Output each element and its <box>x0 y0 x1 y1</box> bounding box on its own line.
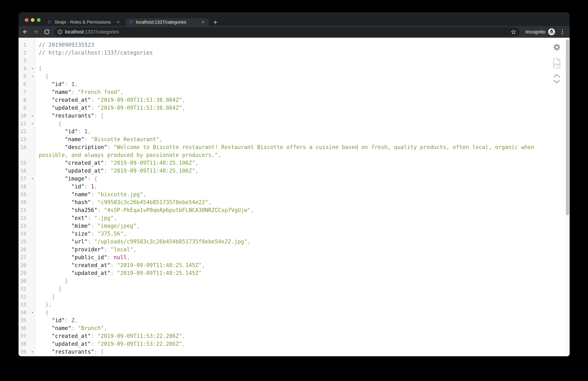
line-number: 1 <box>19 41 26 49</box>
bookmark-star-icon[interactable] <box>511 29 516 35</box>
line-number: 24 <box>19 230 26 238</box>
tab-title: localhost:1337/categories <box>136 20 200 25</box>
code-line: } <box>39 285 565 293</box>
line-number: 14 <box>19 143 26 159</box>
fold-spacer <box>26 143 39 159</box>
code-row: 12 "id": 1, <box>19 128 565 135</box>
tab-close-icon[interactable]: × <box>115 19 121 25</box>
tab-strapi-admin[interactable]: Strapi - Roles & Permissions × <box>44 18 124 26</box>
url-path: :1337/categories <box>84 29 119 34</box>
code-line: "id": 2, <box>39 316 565 324</box>
code-line: [ <box>39 65 565 72</box>
fold-spacer <box>26 293 39 301</box>
forward-button[interactable] <box>32 26 39 38</box>
fold-spacer <box>26 135 39 143</box>
code-row: 7 "name": "French food", <box>19 88 565 96</box>
fold-spacer <box>26 222 39 230</box>
code-line: "id": 1, <box>39 80 565 88</box>
line-number: 9 <box>19 104 26 112</box>
fold-spacer <box>26 230 39 238</box>
line-number: 3 <box>19 57 26 65</box>
reload-button[interactable] <box>43 26 50 38</box>
window-zoom-button[interactable] <box>37 18 41 22</box>
url-host: localhost <box>65 29 84 34</box>
code-line: // 20190909135523 <box>39 41 565 49</box>
line-number: 23 <box>19 222 26 230</box>
settings-gear-icon[interactable] <box>552 43 561 52</box>
fold-toggle-icon[interactable]: ▾ <box>26 120 39 128</box>
code-row: 15 "created_at": "2019-09-09T11:48:25.10… <box>19 159 565 167</box>
fold-toggle-icon[interactable]: ▾ <box>26 112 39 120</box>
browser-menu-button[interactable] <box>560 28 565 35</box>
code-row: 13 "name": "Biscotte Restaurant", <box>19 135 565 143</box>
code-line: }, <box>39 301 565 309</box>
window-close-button[interactable] <box>25 18 28 22</box>
code-line: "updated_at": "2019-09-09T11:53:22.286Z"… <box>39 340 565 348</box>
tab-close-icon[interactable]: × <box>200 19 206 25</box>
fold-spacer <box>26 340 39 348</box>
code-line: { <box>39 120 565 128</box>
collapse-all-icon[interactable] <box>553 73 561 78</box>
line-number: 8 <box>19 96 26 104</box>
fold-spacer <box>26 285 39 293</box>
line-number: 21 <box>19 206 26 214</box>
line-number: 25 <box>19 238 26 246</box>
fold-toggle-icon[interactable]: ▾ <box>26 72 39 80</box>
line-number: 15 <box>19 159 26 167</box>
code-row: 2// http://localhost:1337/categories <box>19 49 565 57</box>
incognito-badge-icon <box>548 28 555 35</box>
fold-spacer <box>26 269 39 277</box>
fold-toggle-icon[interactable]: ▾ <box>26 348 39 356</box>
code-line: "provider": "local", <box>39 246 565 253</box>
code-row: 21 "sha256": "4s5P-PkEqa1vP0qeAp6putbFLN… <box>19 206 565 214</box>
fold-spacer <box>26 88 39 96</box>
fold-toggle-icon[interactable]: ▾ <box>26 175 39 183</box>
fold-toggle-icon[interactable]: ▾ <box>26 309 39 316</box>
new-tab-button[interactable]: + <box>212 19 219 26</box>
scrollbar-thumb[interactable] <box>566 39 569 215</box>
code-row: 24 "size": "375.56", <box>19 230 565 238</box>
code-line: "url": "/uploads/c99583c3c26b454b851735f… <box>39 238 565 246</box>
fold-spacer <box>26 167 39 175</box>
code-row: 40▾ { <box>19 356 565 356</box>
code-row: 19 "name": "biscotte.jpg", <box>19 191 565 198</box>
line-number: 31 <box>19 285 26 293</box>
address-bar[interactable]: localhost:1337/categories <box>54 27 520 36</box>
back-arrow-icon <box>22 29 28 35</box>
line-number: 29 <box>19 269 26 277</box>
line-number: 5 <box>19 72 26 80</box>
line-number: 37 <box>19 332 26 340</box>
window-minimize-button[interactable] <box>31 18 34 22</box>
scrollbar-track[interactable] <box>565 38 570 356</box>
code-row: 14 "description": "Welcome to Biscotte r… <box>19 143 565 159</box>
expand-all-icon[interactable] <box>553 79 561 84</box>
code-row: 35 "id": 2, <box>19 316 565 324</box>
line-number: 18 <box>19 183 26 191</box>
raw-document-icon[interactable]: RAW <box>552 58 561 69</box>
line-number: 27 <box>19 253 26 261</box>
line-number: 11 <box>19 120 26 128</box>
back-button[interactable] <box>21 26 29 38</box>
code-row: 29 "updated_at": "2019-09-09T11:48:25.14… <box>19 269 565 277</box>
url-text: localhost:1337/categories <box>65 29 511 35</box>
code-row: 3 <box>19 57 565 65</box>
line-number: 19 <box>19 191 26 198</box>
site-info-icon[interactable] <box>57 29 63 35</box>
code-line: "created_at": "2019-09-09T11:48:25.145Z"… <box>39 261 565 269</box>
fold-toggle-icon[interactable]: ▾ <box>26 65 39 72</box>
code-line: "restaurants": [ <box>39 112 565 120</box>
fold-spacer <box>26 57 39 65</box>
code-row: 9 "updated_at": "2019-09-09T11:51:38.864… <box>19 104 565 112</box>
code-line: ] <box>39 293 565 301</box>
code-line: "size": "375.56", <box>39 230 565 238</box>
line-number: 13 <box>19 135 26 143</box>
line-number: 10 <box>19 112 26 120</box>
line-number: 40 <box>19 356 26 356</box>
tab-localhost-categories[interactable]: localhost:1337/categories × <box>126 18 209 26</box>
line-number: 30 <box>19 277 26 285</box>
code-line: { <box>39 72 565 80</box>
fold-spacer <box>26 253 39 261</box>
code-line: // http://localhost:1337/categories <box>39 49 565 57</box>
fold-toggle-icon[interactable]: ▾ <box>26 356 39 356</box>
line-number: 33 <box>19 301 26 309</box>
